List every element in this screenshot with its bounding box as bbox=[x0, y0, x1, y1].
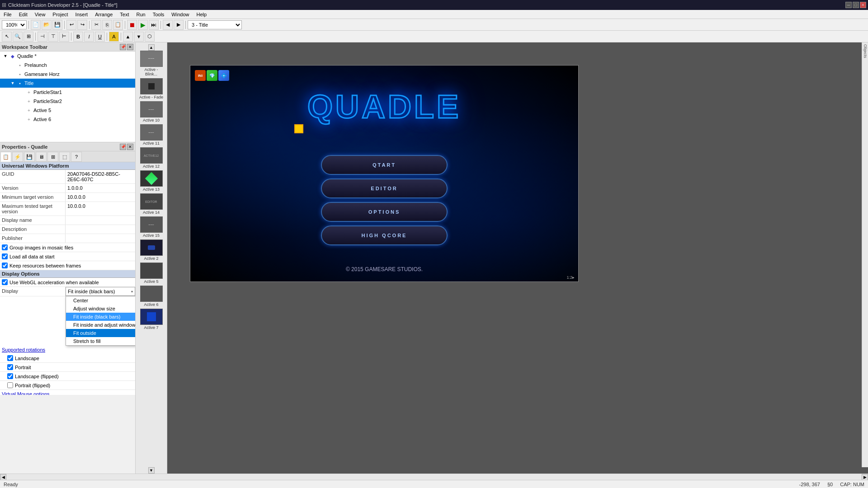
game-btn-options[interactable]: OPTIONS bbox=[321, 202, 448, 222]
frame-item-active-blink[interactable]: ~~~ Active -Blink... bbox=[138, 51, 165, 76]
check-portrait-flipped[interactable]: Portrait (flipped) bbox=[0, 381, 135, 389]
display-combo[interactable]: Fit inside (black bars) ▾ bbox=[66, 287, 135, 296]
props-check-keepres[interactable]: Keep resources between frames bbox=[0, 261, 135, 270]
props-tab-display[interactable]: 🖥 bbox=[36, 152, 47, 162]
display-dropdown[interactable]: Center Adjust window size Fit inside (bl… bbox=[66, 296, 135, 346]
workspace-pin-btn[interactable]: 📌 bbox=[120, 44, 126, 50]
dropdown-center[interactable]: Center bbox=[66, 296, 135, 305]
props-tab-help[interactable]: ? bbox=[71, 152, 82, 162]
menu-insert[interactable]: Insert bbox=[72, 11, 92, 18]
frame-item-active2[interactable]: Active 2 bbox=[138, 239, 165, 261]
scroll-right-btn[interactable]: ▶ bbox=[862, 474, 868, 480]
maximize-button[interactable]: □ bbox=[853, 2, 859, 8]
tree-item-quadle[interactable]: ▼ ◆ Quadle * bbox=[0, 52, 135, 61]
props-value-publisher[interactable] bbox=[66, 234, 135, 243]
dropdown-fit-outside[interactable]: Fit outside bbox=[66, 329, 135, 337]
tree-item-gamesare[interactable]: ▪ Gamesare Horz bbox=[0, 70, 135, 79]
tb2-pointer[interactable]: ↖ bbox=[2, 32, 12, 42]
menu-help[interactable]: Help bbox=[193, 11, 210, 18]
dropdown-stretch[interactable]: Stretch to fill bbox=[66, 337, 135, 345]
tree-item-particle2[interactable]: + ParticleStar2 bbox=[0, 97, 135, 106]
checkbox-landscape[interactable] bbox=[7, 355, 13, 361]
scroll-up-btn[interactable]: ▲ bbox=[148, 44, 155, 51]
frame-item-active13[interactable]: Active 13 bbox=[138, 170, 165, 192]
props-check-loaddata[interactable]: Load all data at start bbox=[0, 252, 135, 261]
tb-paste[interactable]: 📋 bbox=[113, 20, 123, 30]
props-check-groupimg[interactable]: Group images in mosaic files bbox=[0, 243, 135, 252]
check-landscape[interactable]: Landscape bbox=[0, 354, 135, 362]
frame-item-active7[interactable]: Active 7 bbox=[138, 309, 165, 330]
checkbox-landscape-flipped[interactable] bbox=[7, 373, 13, 379]
tb-step[interactable]: ⏭ bbox=[149, 20, 159, 30]
frame-item-active12[interactable]: ACTIVE12 Active 12 bbox=[138, 147, 165, 169]
frame-item-active10[interactable]: ~~~ Active 10 bbox=[138, 101, 165, 122]
props-value-display[interactable]: Fit inside (black bars) ▾ bbox=[66, 287, 135, 296]
tb-next-frame[interactable]: ▶ bbox=[174, 20, 184, 30]
props-value-minver[interactable]: 10.0.0.0 bbox=[66, 193, 135, 202]
dropdown-adjust[interactable]: Adjust window size bbox=[66, 305, 135, 313]
tb-prev-frame[interactable]: ◀ bbox=[163, 20, 173, 30]
tree-item-active6[interactable]: + Active 6 bbox=[0, 115, 135, 124]
dropdown-fit-inside-adjust[interactable]: Fit inside and adjust window size bbox=[66, 321, 135, 329]
tb2-align-center[interactable]: ⊤ bbox=[48, 32, 58, 42]
props-value-maxver[interactable]: 10.0.0.0 bbox=[66, 202, 135, 216]
menu-arrange[interactable]: Arrange bbox=[91, 11, 116, 18]
game-btn-highscore[interactable]: HIGH QCORE bbox=[321, 225, 448, 245]
tb2-underline[interactable]: U bbox=[95, 32, 105, 42]
publisher-input[interactable] bbox=[67, 235, 133, 241]
tb2-bring-front[interactable]: ▲ bbox=[123, 32, 133, 42]
right-toolbar-label[interactable]: Objects bbox=[863, 42, 868, 60]
props-tab-layers[interactable]: ⬚ bbox=[59, 152, 70, 162]
scroll-track[interactable] bbox=[6, 475, 862, 479]
checkbox-portrait[interactable] bbox=[7, 364, 13, 370]
tb-save[interactable]: 💾 bbox=[52, 20, 62, 30]
tb2-zoom-in[interactable]: 🔍 bbox=[13, 32, 23, 42]
menu-text[interactable]: Text bbox=[116, 11, 132, 18]
tree-item-title[interactable]: ▼ ▪ Title bbox=[0, 79, 135, 88]
check-landscape-flipped[interactable]: Landscape (flipped) bbox=[0, 372, 135, 380]
menu-file[interactable]: File bbox=[0, 11, 15, 18]
game-btn-editor[interactable]: EDITOR bbox=[321, 178, 448, 198]
check-keepres[interactable] bbox=[2, 263, 8, 268]
props-value-version[interactable]: 1.0.0.0 bbox=[66, 184, 135, 192]
scroll-down-btn[interactable]: ▼ bbox=[148, 467, 155, 474]
scroll-left-btn[interactable]: ◀ bbox=[0, 474, 6, 480]
tb2-send-back[interactable]: ▼ bbox=[134, 32, 144, 42]
tb-new[interactable]: 📄 bbox=[31, 20, 41, 30]
tree-item-active5[interactable]: + Active 5 bbox=[0, 106, 135, 115]
minimize-button[interactable]: ─ bbox=[845, 2, 852, 8]
frame-item-active11[interactable]: ~~~ Active 11 bbox=[138, 124, 165, 145]
displayname-input[interactable] bbox=[67, 217, 133, 223]
frame-item-active-fade[interactable]: Active - Fade bbox=[138, 78, 165, 99]
props-link-mouse[interactable]: Virtual Mouse options bbox=[0, 390, 135, 395]
game-btn-qtart[interactable]: QTART bbox=[321, 155, 448, 175]
bottom-scrollbar[interactable]: ◀ ▶ bbox=[0, 474, 868, 480]
tb-open[interactable]: 📂 bbox=[42, 20, 52, 30]
tb-undo[interactable]: ↩ bbox=[66, 20, 76, 30]
description-input[interactable] bbox=[67, 226, 133, 232]
menu-window[interactable]: Window bbox=[168, 11, 193, 18]
check-loaddata[interactable] bbox=[2, 253, 8, 259]
props-value-displayname[interactable] bbox=[66, 216, 135, 225]
tb2-object[interactable]: ⬡ bbox=[145, 32, 155, 42]
tree-item-particle1[interactable]: + ParticleStar1 bbox=[0, 88, 135, 97]
tb-play[interactable]: ▶ bbox=[138, 20, 148, 30]
tree-item-prelaunch[interactable]: ▪ Prelaunch bbox=[0, 61, 135, 70]
tb2-grid[interactable]: ⊞ bbox=[24, 32, 33, 42]
tb2-bold[interactable]: B bbox=[73, 32, 83, 42]
zoom-combo[interactable]: 100% bbox=[2, 20, 27, 29]
menu-view[interactable]: View bbox=[31, 11, 49, 18]
dropdown-fit-inside[interactable]: Fit inside (black bars) bbox=[66, 313, 135, 321]
menu-edit[interactable]: Edit bbox=[15, 11, 31, 18]
yellow-object[interactable] bbox=[294, 124, 303, 133]
menu-tools[interactable]: Tools bbox=[149, 11, 168, 18]
menu-run[interactable]: Run bbox=[132, 11, 149, 18]
props-tab-events[interactable]: ⚡ bbox=[12, 152, 23, 162]
props-tab-general[interactable]: 📋 bbox=[0, 152, 11, 162]
frame-item-active5-list[interactable]: Active 5 bbox=[138, 263, 165, 284]
props-pin-btn[interactable]: 📌 bbox=[120, 144, 126, 150]
props-tab-data[interactable]: 💾 bbox=[24, 152, 35, 162]
props-tab-grid[interactable]: ⊞ bbox=[47, 152, 58, 162]
tb2-italic[interactable]: I bbox=[84, 32, 94, 42]
check-portrait[interactable]: Portrait bbox=[0, 363, 135, 371]
